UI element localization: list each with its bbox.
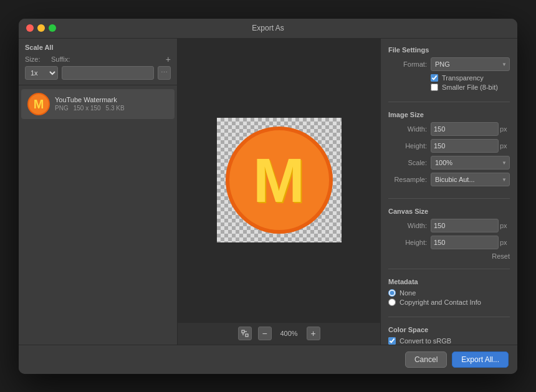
metadata-none-radio[interactable] (388, 289, 396, 297)
file-thumbnail: M (27, 93, 50, 115)
file-info: YouTube Watermark PNG 150 x 150 5.3 KB (55, 96, 168, 112)
file-format: PNG (55, 105, 69, 112)
resample-select[interactable]: Bicubic Aut... Bicubic Bilinear Nearest … (431, 173, 510, 186)
minimize-button[interactable] (37, 24, 45, 32)
right-panel: File Settings Format: PNG JPEG GIF SVG W… (380, 39, 517, 345)
resample-row: Resample: Bicubic Aut... Bicubic Bilinea… (388, 173, 510, 186)
scale-select-wrapper: 100% 25% 50% 75% 200% ▼ (431, 156, 510, 170)
zoom-level: 400% (278, 330, 300, 337)
transparency-label[interactable]: Transparency (442, 74, 484, 82)
file-size: 5.3 KB (106, 105, 125, 112)
window-title: Export As (252, 24, 284, 32)
file-dimensions: 150 x 150 (74, 105, 101, 112)
suffix-label: Suffix: (51, 55, 162, 63)
canvas-height-unit: px (500, 239, 510, 246)
convert-srgb-label[interactable]: Convert to sRGB (400, 337, 451, 345)
svg-rect-0 (242, 330, 244, 333)
convert-srgb-checkbox[interactable] (388, 337, 396, 345)
metadata-section: Metadata None Copyright and Contact Info (388, 278, 510, 308)
zoom-in-button[interactable]: + (307, 327, 320, 340)
close-button[interactable] (26, 24, 34, 32)
scale-inputs-row: 1x 0.5x 2x 3x ⋯ (25, 66, 171, 80)
canvas-height-label: Height: (388, 239, 427, 246)
canvas-width-unit: px (500, 222, 510, 229)
format-label: Format: (388, 60, 427, 68)
metadata-copyright-row: Copyright and Contact Info (388, 299, 510, 306)
cancel-button[interactable]: Cancel (405, 351, 447, 368)
format-select[interactable]: PNG JPEG GIF SVG WebP (431, 57, 510, 71)
width-label: Width: (388, 125, 427, 133)
resample-label: Resample: (388, 176, 427, 183)
divider-1 (388, 102, 510, 102)
image-scale-select[interactable]: 100% 25% 50% 75% 200% (431, 156, 510, 170)
scale-select[interactable]: 1x 0.5x 2x 3x (25, 66, 58, 80)
preview-logo: M (217, 118, 342, 242)
titlebar: Export As (19, 19, 517, 39)
mini-logo: M (27, 93, 50, 115)
scale-row: Scale: 100% 25% 50% 75% 200% ▼ (388, 156, 510, 170)
format-select-wrapper: PNG JPEG GIF SVG WebP ▼ (431, 57, 510, 71)
scale-all-section: Scale All Size: Suffix: + 1x 0.5x 2x 3x … (19, 39, 177, 85)
file-meta: PNG 150 x 150 5.3 KB (55, 105, 168, 112)
file-settings-section: File Settings Format: PNG JPEG GIF SVG W… (388, 46, 510, 93)
scale-label: Scale: (388, 159, 427, 166)
export-all-button[interactable]: Export All... (452, 351, 509, 368)
width-unit: px (500, 125, 510, 133)
scale-all-title: Scale All (25, 44, 171, 51)
size-label: Size: (25, 55, 47, 63)
file-list: M YouTube Watermark PNG 150 x 150 5.3 KB (19, 85, 177, 345)
mini-logo-letter: M (34, 98, 44, 110)
metadata-none-label[interactable]: None (400, 289, 416, 297)
preview-area: M (178, 39, 380, 322)
canvas-width-row: Width: px (388, 219, 510, 232)
suffix-action-button[interactable]: ⋯ (158, 66, 171, 80)
height-input-wrapper: px (431, 139, 510, 153)
canvas-height-input[interactable] (431, 236, 499, 249)
smaller-file-row: Smaller File (8-bit) (388, 84, 510, 91)
metadata-copyright-radio[interactable] (388, 299, 396, 306)
width-input[interactable] (431, 122, 499, 136)
fit-to-screen-button[interactable] (238, 327, 252, 340)
canvas-size-section: Canvas Size Width: px Height: px (388, 208, 510, 260)
export-as-window: Export As Scale All Size: Suffix: + 1x 0… (19, 19, 517, 374)
height-input[interactable] (431, 139, 499, 153)
reset-row: Reset (388, 252, 510, 260)
canvas-size-title: Canvas Size (388, 208, 510, 215)
resample-select-wrapper: Bicubic Aut... Bicubic Bilinear Nearest … (431, 173, 510, 186)
convert-srgb-row: Convert to sRGB (388, 337, 510, 345)
divider-3 (388, 269, 510, 269)
maximize-button[interactable] (49, 24, 56, 32)
window-controls (26, 24, 56, 32)
canvas-width-input[interactable] (431, 219, 499, 232)
reset-button[interactable]: Reset (492, 252, 510, 260)
canvas-width-label: Width: (388, 222, 427, 229)
logo-letter-m: M (253, 149, 305, 211)
divider-4 (388, 317, 510, 317)
metadata-none-row: None (388, 289, 510, 297)
file-settings-title: File Settings (388, 46, 510, 54)
smaller-file-label[interactable]: Smaller File (8-bit) (442, 84, 498, 91)
zoom-out-button[interactable]: − (258, 327, 272, 340)
divider-2 (388, 198, 510, 199)
width-input-wrapper: px (431, 122, 510, 136)
height-unit: px (500, 142, 510, 150)
center-panel: M − 400% + (178, 39, 380, 345)
file-list-item[interactable]: M YouTube Watermark PNG 150 x 150 5.3 KB (21, 89, 175, 119)
height-row: Height: px (388, 139, 510, 153)
metadata-copyright-label[interactable]: Copyright and Contact Info (400, 299, 481, 306)
canvas-width-input-wrapper: px (431, 219, 510, 232)
canvas-height-input-wrapper: px (431, 236, 510, 249)
color-space-title: Color Space (388, 326, 510, 333)
main-content: Scale All Size: Suffix: + 1x 0.5x 2x 3x … (19, 39, 517, 345)
scale-header-row: Size: Suffix: + (25, 55, 171, 64)
format-row: Format: PNG JPEG GIF SVG WebP ▼ (388, 57, 510, 71)
canvas-height-row: Height: px (388, 236, 510, 249)
left-panel: Scale All Size: Suffix: + 1x 0.5x 2x 3x … (19, 39, 178, 345)
transparency-checkbox[interactable] (431, 74, 438, 82)
add-scale-button[interactable]: + (166, 55, 171, 64)
image-size-section: Image Size Width: px Height: px (388, 111, 510, 189)
bottom-bar: Cancel Export All... (19, 345, 517, 374)
width-row: Width: px (388, 122, 510, 136)
suffix-input[interactable] (62, 66, 154, 80)
smaller-file-checkbox[interactable] (431, 84, 438, 91)
